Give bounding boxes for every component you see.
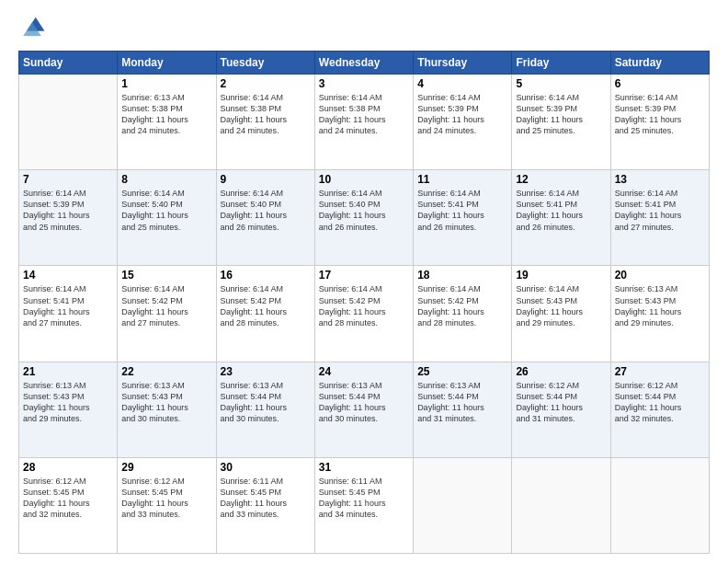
day-info: Sunrise: 6:14 AM Sunset: 5:39 PM Dayligh… [516,92,606,137]
day-info: Sunrise: 6:13 AM Sunset: 5:43 PM Dayligh… [121,380,211,425]
day-cell: 6Sunrise: 6:14 AM Sunset: 5:39 PM Daylig… [610,75,709,170]
day-info: Sunrise: 6:14 AM Sunset: 5:41 PM Dayligh… [417,188,507,233]
day-number: 21 [23,365,113,378]
day-number: 6 [615,77,705,90]
day-number: 4 [417,77,507,90]
header-day-monday: Monday [118,52,216,75]
day-number: 18 [417,269,507,282]
day-cell [414,457,512,553]
day-number: 16 [221,269,311,282]
day-info: Sunrise: 6:12 AM Sunset: 5:44 PM Dayligh… [516,380,606,425]
day-cell [19,75,118,170]
day-info: Sunrise: 6:12 AM Sunset: 5:44 PM Dayligh… [615,380,705,425]
day-cell: 8Sunrise: 6:14 AM Sunset: 5:40 PM Daylig… [118,170,216,266]
day-cell: 30Sunrise: 6:11 AM Sunset: 5:45 PM Dayli… [216,457,314,553]
day-info: Sunrise: 6:14 AM Sunset: 5:38 PM Dayligh… [319,92,409,137]
day-number: 14 [23,269,113,282]
day-cell: 7Sunrise: 6:14 AM Sunset: 5:39 PM Daylig… [19,170,118,266]
day-cell [610,457,709,553]
week-row-5: 28Sunrise: 6:12 AM Sunset: 5:45 PM Dayli… [19,457,710,553]
day-info: Sunrise: 6:14 AM Sunset: 5:39 PM Dayligh… [417,92,507,137]
day-number: 30 [221,461,311,474]
day-number: 12 [516,173,606,186]
day-number: 22 [121,365,211,378]
header-day-tuesday: Tuesday [216,52,314,75]
page: SundayMondayTuesdayWednesdayThursdayFrid… [0,0,728,563]
day-cell: 11Sunrise: 6:14 AM Sunset: 5:41 PM Dayli… [414,170,512,266]
logo [18,14,50,41]
day-info: Sunrise: 6:14 AM Sunset: 5:41 PM Dayligh… [615,188,705,233]
calendar-table: SundayMondayTuesdayWednesdayThursdayFrid… [18,51,710,554]
day-info: Sunrise: 6:14 AM Sunset: 5:39 PM Dayligh… [615,92,705,137]
day-number: 27 [615,365,705,378]
day-cell: 12Sunrise: 6:14 AM Sunset: 5:41 PM Dayli… [512,170,610,266]
day-info: Sunrise: 6:14 AM Sunset: 5:40 PM Dayligh… [121,188,211,233]
week-row-4: 21Sunrise: 6:13 AM Sunset: 5:43 PM Dayli… [19,362,710,457]
day-info: Sunrise: 6:14 AM Sunset: 5:42 PM Dayligh… [319,283,409,328]
header-day-wednesday: Wednesday [314,52,413,75]
day-info: Sunrise: 6:13 AM Sunset: 5:38 PM Dayligh… [121,92,211,137]
day-info: Sunrise: 6:14 AM Sunset: 5:42 PM Dayligh… [121,283,211,328]
header-day-saturday: Saturday [610,52,709,75]
day-cell: 23Sunrise: 6:13 AM Sunset: 5:44 PM Dayli… [216,362,314,457]
day-number: 13 [615,173,705,186]
day-info: Sunrise: 6:13 AM Sunset: 5:44 PM Dayligh… [417,380,507,425]
day-cell: 22Sunrise: 6:13 AM Sunset: 5:43 PM Dayli… [118,362,216,457]
header [18,14,710,41]
week-row-1: 1Sunrise: 6:13 AM Sunset: 5:38 PM Daylig… [19,75,710,170]
header-row: SundayMondayTuesdayWednesdayThursdayFrid… [19,52,710,75]
day-number: 8 [121,173,211,186]
day-cell: 20Sunrise: 6:13 AM Sunset: 5:43 PM Dayli… [610,266,709,362]
header-day-friday: Friday [512,52,610,75]
day-number: 31 [319,461,409,474]
day-cell: 25Sunrise: 6:13 AM Sunset: 5:44 PM Dayli… [414,362,512,457]
day-cell: 28Sunrise: 6:12 AM Sunset: 5:45 PM Dayli… [19,457,118,553]
day-number: 1 [121,77,211,90]
day-number: 23 [221,365,311,378]
day-info: Sunrise: 6:14 AM Sunset: 5:42 PM Dayligh… [221,283,311,328]
day-number: 2 [221,77,311,90]
day-info: Sunrise: 6:14 AM Sunset: 5:39 PM Dayligh… [23,188,113,233]
day-info: Sunrise: 6:14 AM Sunset: 5:41 PM Dayligh… [516,188,606,233]
day-info: Sunrise: 6:12 AM Sunset: 5:45 PM Dayligh… [23,476,113,521]
day-info: Sunrise: 6:14 AM Sunset: 5:40 PM Dayligh… [319,188,409,233]
day-cell: 16Sunrise: 6:14 AM Sunset: 5:42 PM Dayli… [216,266,314,362]
day-number: 29 [121,461,211,474]
day-cell: 21Sunrise: 6:13 AM Sunset: 5:43 PM Dayli… [19,362,118,457]
day-cell [512,457,610,553]
header-day-sunday: Sunday [19,52,118,75]
day-number: 25 [417,365,507,378]
day-info: Sunrise: 6:12 AM Sunset: 5:45 PM Dayligh… [121,476,211,521]
day-info: Sunrise: 6:14 AM Sunset: 5:43 PM Dayligh… [516,283,606,328]
day-number: 28 [23,461,113,474]
day-cell: 1Sunrise: 6:13 AM Sunset: 5:38 PM Daylig… [118,75,216,170]
day-number: 11 [417,173,507,186]
day-info: Sunrise: 6:13 AM Sunset: 5:44 PM Dayligh… [221,380,311,425]
day-cell: 29Sunrise: 6:12 AM Sunset: 5:45 PM Dayli… [118,457,216,553]
day-info: Sunrise: 6:11 AM Sunset: 5:45 PM Dayligh… [319,476,409,521]
day-cell: 14Sunrise: 6:14 AM Sunset: 5:41 PM Dayli… [19,266,118,362]
day-info: Sunrise: 6:13 AM Sunset: 5:43 PM Dayligh… [615,283,705,328]
day-cell: 4Sunrise: 6:14 AM Sunset: 5:39 PM Daylig… [414,75,512,170]
day-info: Sunrise: 6:11 AM Sunset: 5:45 PM Dayligh… [221,476,311,521]
day-cell: 3Sunrise: 6:14 AM Sunset: 5:38 PM Daylig… [314,75,413,170]
day-number: 10 [319,173,409,186]
day-info: Sunrise: 6:13 AM Sunset: 5:44 PM Dayligh… [319,380,409,425]
day-number: 3 [319,77,409,90]
day-number: 26 [516,365,606,378]
day-info: Sunrise: 6:14 AM Sunset: 5:40 PM Dayligh… [221,188,311,233]
day-cell: 5Sunrise: 6:14 AM Sunset: 5:39 PM Daylig… [512,75,610,170]
day-cell: 27Sunrise: 6:12 AM Sunset: 5:44 PM Dayli… [610,362,709,457]
day-cell: 10Sunrise: 6:14 AM Sunset: 5:40 PM Dayli… [314,170,413,266]
day-number: 9 [221,173,311,186]
day-number: 5 [516,77,606,90]
day-number: 24 [319,365,409,378]
day-number: 15 [121,269,211,282]
logo-icon [18,14,46,41]
header-day-thursday: Thursday [414,52,512,75]
day-cell: 26Sunrise: 6:12 AM Sunset: 5:44 PM Dayli… [512,362,610,457]
day-info: Sunrise: 6:14 AM Sunset: 5:42 PM Dayligh… [417,283,507,328]
day-info: Sunrise: 6:13 AM Sunset: 5:43 PM Dayligh… [23,380,113,425]
day-cell: 13Sunrise: 6:14 AM Sunset: 5:41 PM Dayli… [610,170,709,266]
day-number: 20 [615,269,705,282]
